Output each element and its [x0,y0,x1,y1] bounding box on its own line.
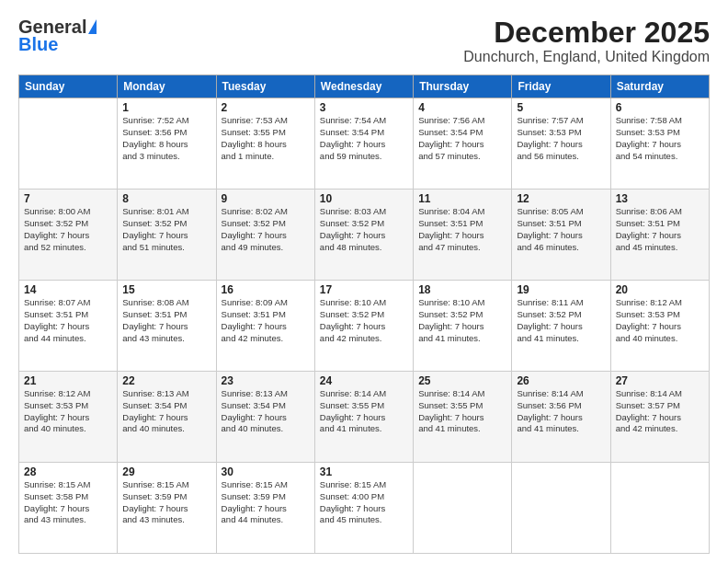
calendar-cell: 24Sunrise: 8:14 AMSunset: 3:55 PMDayligh… [314,372,413,463]
calendar-cell [512,463,610,554]
day-info: Sunrise: 8:12 AMSunset: 3:53 PMDaylight:… [24,388,112,435]
calendar-cell: 28Sunrise: 8:15 AMSunset: 3:58 PMDayligh… [19,463,118,554]
header: General Blue December 2025 Dunchurch, En… [18,17,710,65]
day-number: 2 [222,101,310,114]
day-number: 7 [24,192,112,205]
day-info: Sunrise: 8:01 AMSunset: 3:52 PMDaylight:… [122,206,210,253]
calendar-cell: 7Sunrise: 8:00 AMSunset: 3:52 PMDaylight… [19,190,118,281]
calendar-week-row: 1Sunrise: 7:52 AMSunset: 3:56 PMDaylight… [19,98,710,190]
calendar-week-row: 21Sunrise: 8:12 AMSunset: 3:53 PMDayligh… [19,372,710,463]
day-info: Sunrise: 8:14 AMSunset: 3:57 PMDaylight:… [616,388,704,435]
day-info: Sunrise: 8:08 AMSunset: 3:51 PMDaylight:… [122,297,210,344]
day-number: 24 [320,374,408,387]
calendar-cell: 6Sunrise: 7:58 AMSunset: 3:53 PMDaylight… [610,98,709,190]
day-info: Sunrise: 8:15 AMSunset: 3:59 PMDaylight:… [222,479,310,526]
calendar-cell: 4Sunrise: 7:56 AMSunset: 3:54 PMDaylight… [414,98,512,190]
day-number: 12 [517,192,605,205]
day-info: Sunrise: 8:05 AMSunset: 3:51 PMDaylight:… [517,206,605,253]
day-info: Sunrise: 8:03 AMSunset: 3:52 PMDaylight:… [320,206,408,253]
calendar-cell: 9Sunrise: 8:02 AMSunset: 3:52 PMDaylight… [216,190,314,281]
day-info: Sunrise: 8:10 AMSunset: 3:52 PMDaylight:… [418,297,506,344]
calendar-cell: 20Sunrise: 8:12 AMSunset: 3:53 PMDayligh… [610,281,709,372]
calendar-cell: 17Sunrise: 8:10 AMSunset: 3:52 PMDayligh… [314,281,413,372]
calendar-header-sunday: Sunday [19,75,118,98]
calendar-cell: 10Sunrise: 8:03 AMSunset: 3:52 PMDayligh… [314,190,413,281]
day-number: 8 [122,192,210,205]
calendar-table: SundayMondayTuesdayWednesdayThursdayFrid… [18,75,710,554]
day-info: Sunrise: 8:15 AMSunset: 4:00 PMDaylight:… [320,479,408,526]
calendar-header-thursday: Thursday [414,75,512,98]
day-info: Sunrise: 8:00 AMSunset: 3:52 PMDaylight:… [24,206,112,253]
day-number: 22 [122,374,210,387]
day-number: 6 [616,101,704,114]
calendar-cell: 30Sunrise: 8:15 AMSunset: 3:59 PMDayligh… [216,463,314,554]
day-info: Sunrise: 8:14 AMSunset: 3:56 PMDaylight:… [517,388,605,435]
day-number: 4 [418,101,506,114]
day-number: 17 [320,283,408,296]
page: General Blue December 2025 Dunchurch, En… [0,0,728,563]
calendar-week-row: 14Sunrise: 8:07 AMSunset: 3:51 PMDayligh… [19,281,710,372]
calendar-cell: 27Sunrise: 8:14 AMSunset: 3:57 PMDayligh… [610,372,709,463]
calendar-cell: 15Sunrise: 8:08 AMSunset: 3:51 PMDayligh… [118,281,216,372]
day-number: 21 [24,374,112,387]
day-info: Sunrise: 7:57 AMSunset: 3:53 PMDaylight:… [517,115,605,162]
calendar-cell: 13Sunrise: 8:06 AMSunset: 3:51 PMDayligh… [610,190,709,281]
day-info: Sunrise: 8:15 AMSunset: 3:59 PMDaylight:… [122,479,210,526]
calendar-cell: 23Sunrise: 8:13 AMSunset: 3:54 PMDayligh… [216,372,314,463]
logo-triangle-icon [88,19,97,34]
day-number: 26 [517,374,605,387]
calendar-cell: 12Sunrise: 8:05 AMSunset: 3:51 PMDayligh… [512,190,610,281]
day-number: 5 [517,101,605,114]
calendar-cell: 1Sunrise: 7:52 AMSunset: 3:56 PMDaylight… [118,98,216,190]
day-number: 29 [122,465,210,478]
day-info: Sunrise: 7:54 AMSunset: 3:54 PMDaylight:… [320,115,408,162]
day-number: 30 [222,465,310,478]
calendar-cell: 29Sunrise: 8:15 AMSunset: 3:59 PMDayligh… [118,463,216,554]
calendar-week-row: 28Sunrise: 8:15 AMSunset: 3:58 PMDayligh… [19,463,710,554]
day-number: 28 [24,465,112,478]
day-number: 15 [122,283,210,296]
calendar-cell: 21Sunrise: 8:12 AMSunset: 3:53 PMDayligh… [19,372,118,463]
day-number: 9 [222,192,310,205]
calendar-header-row: SundayMondayTuesdayWednesdayThursdayFrid… [19,75,710,98]
day-number: 3 [320,101,408,114]
day-number: 16 [222,283,310,296]
day-info: Sunrise: 8:14 AMSunset: 3:55 PMDaylight:… [320,388,408,435]
calendar-cell: 14Sunrise: 8:07 AMSunset: 3:51 PMDayligh… [19,281,118,372]
day-info: Sunrise: 8:04 AMSunset: 3:51 PMDaylight:… [418,206,506,253]
day-number: 14 [24,283,112,296]
calendar-cell: 19Sunrise: 8:11 AMSunset: 3:52 PMDayligh… [512,281,610,372]
day-number: 1 [122,101,210,114]
day-info: Sunrise: 8:09 AMSunset: 3:51 PMDaylight:… [222,297,310,344]
month-title: December 2025 [463,17,710,49]
day-info: Sunrise: 7:53 AMSunset: 3:55 PMDaylight:… [222,115,310,162]
calendar-cell [19,98,118,190]
day-info: Sunrise: 8:13 AMSunset: 3:54 PMDaylight:… [222,388,310,435]
day-info: Sunrise: 8:07 AMSunset: 3:51 PMDaylight:… [24,297,112,344]
title-block: December 2025 Dunchurch, England, United… [463,17,710,65]
logo: General Blue [18,17,97,55]
day-number: 10 [320,192,408,205]
day-info: Sunrise: 7:52 AMSunset: 3:56 PMDaylight:… [122,115,210,162]
day-info: Sunrise: 8:12 AMSunset: 3:53 PMDaylight:… [616,297,704,344]
day-info: Sunrise: 8:02 AMSunset: 3:52 PMDaylight:… [222,206,310,253]
day-number: 13 [616,192,704,205]
calendar-cell [414,463,512,554]
day-info: Sunrise: 8:13 AMSunset: 3:54 PMDaylight:… [122,388,210,435]
calendar-cell: 8Sunrise: 8:01 AMSunset: 3:52 PMDaylight… [118,190,216,281]
day-number: 31 [320,465,408,478]
day-info: Sunrise: 8:14 AMSunset: 3:55 PMDaylight:… [418,388,506,435]
calendar-cell: 16Sunrise: 8:09 AMSunset: 3:51 PMDayligh… [216,281,314,372]
calendar-header-monday: Monday [118,75,216,98]
day-number: 19 [517,283,605,296]
calendar-cell: 11Sunrise: 8:04 AMSunset: 3:51 PMDayligh… [414,190,512,281]
calendar-cell: 5Sunrise: 7:57 AMSunset: 3:53 PMDaylight… [512,98,610,190]
calendar-cell: 18Sunrise: 8:10 AMSunset: 3:52 PMDayligh… [414,281,512,372]
day-number: 20 [616,283,704,296]
day-info: Sunrise: 8:06 AMSunset: 3:51 PMDaylight:… [616,206,704,253]
calendar-cell [610,463,709,554]
day-info: Sunrise: 7:56 AMSunset: 3:54 PMDaylight:… [418,115,506,162]
calendar-week-row: 7Sunrise: 8:00 AMSunset: 3:52 PMDaylight… [19,190,710,281]
calendar-cell: 25Sunrise: 8:14 AMSunset: 3:55 PMDayligh… [414,372,512,463]
day-number: 18 [418,283,506,296]
